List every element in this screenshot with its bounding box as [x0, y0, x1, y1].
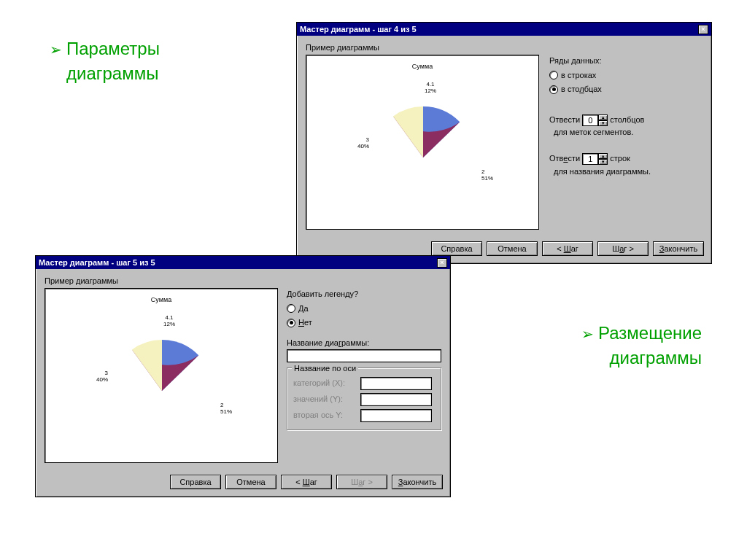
radio-label: в строках — [561, 69, 596, 82]
wizard-step4-dialog: Мастер диаграмм - шаг 4 из 5 × Пример ди… — [296, 22, 712, 264]
cancel-button[interactable]: Отмена — [487, 241, 538, 256]
allocate-rows-row: Отвести ▲▼ строк — [549, 152, 703, 166]
preview-label: Пример диаграммы — [306, 43, 703, 52]
radio-icon — [287, 304, 295, 313]
finish-button[interactable]: Закончить — [653, 241, 704, 256]
spin-up-icon[interactable]: ▲ — [598, 114, 608, 120]
preview-label: Пример диаграммы — [44, 276, 441, 285]
annotation-text: Размещениедиаграммы — [598, 321, 702, 370]
dialog-title: Мастер диаграмм - шаг 4 из 5 — [300, 25, 698, 34]
pie-label-2: 251% — [220, 402, 232, 416]
radio-no[interactable]: Нет — [287, 316, 441, 330]
allocate-cols-row: Отвести ▲▼ столбцов — [549, 114, 703, 127]
pie-chart-svg — [306, 55, 540, 230]
dialog-title: Мастер диаграмм - шаг 5 из 5 — [39, 258, 437, 267]
titlebar[interactable]: Мастер диаграмм - шаг 5 из 5 × — [36, 256, 450, 269]
radio-icon — [287, 319, 295, 327]
prev-button[interactable]: < Шаг — [542, 241, 593, 256]
series-label: Ряды данных: — [549, 55, 703, 68]
annotation-parameters: ➢Параметрыдиаграммы — [50, 36, 160, 85]
rows-input[interactable] — [582, 153, 598, 165]
radio-label: в столбцах — [561, 83, 602, 96]
axis-group: Название по оси категорий (X): значений … — [287, 368, 441, 430]
close-icon[interactable]: × — [698, 25, 708, 34]
radio-yes[interactable]: Да — [287, 303, 441, 316]
spin-up-icon[interactable]: ▲ — [598, 153, 608, 159]
radio-rows[interactable]: в строках — [549, 69, 703, 82]
cols-hint: для меток сегментов. — [549, 126, 703, 139]
pie-label-3: 340% — [96, 370, 108, 384]
spin-down-icon[interactable]: ▼ — [598, 120, 608, 126]
arrow-icon: ➢ — [50, 42, 62, 58]
chart-preview: Сумма 4.112% 251% 340% — [44, 288, 278, 463]
pie-chart-svg — [45, 289, 279, 464]
axis-x-label: категорий (X): — [293, 377, 356, 390]
radio-icon — [549, 71, 558, 79]
finish-button[interactable]: Закончить — [392, 475, 443, 489]
spin-down-icon[interactable]: ▼ — [598, 159, 608, 165]
axis-y-label: значений (Y): — [293, 393, 356, 406]
prev-button[interactable]: < Шаг — [281, 475, 332, 489]
chart-preview: Сумма 4.112% 251% 340% — [306, 55, 539, 230]
rows-hint: для названия диаграммы. — [549, 166, 703, 179]
axis-y-input[interactable] — [360, 393, 432, 406]
axis-y2-input[interactable] — [360, 409, 432, 422]
arrow-icon: ➢ — [581, 326, 594, 342]
button-row: Справка Отмена < Шаг Шаг > Закончить — [36, 470, 450, 497]
rows-spinner[interactable]: ▲▼ — [582, 153, 608, 165]
close-icon[interactable]: × — [437, 258, 447, 268]
legend-question: Добавить легенду? — [287, 288, 441, 301]
pie-label-3: 340% — [357, 137, 369, 150]
next-button[interactable]: Шаг > — [597, 241, 649, 256]
next-button: Шаг > — [336, 475, 387, 489]
axis-y2-label: вторая ось Y: — [293, 409, 356, 422]
pie-label-1: 4.112% — [425, 82, 436, 95]
annotation-text: Параметрыдиаграммы — [66, 36, 160, 85]
radio-label: Да — [298, 303, 309, 316]
radio-label: Нет — [298, 316, 312, 330]
annotation-placement: ➢Размещениедиаграммы — [581, 321, 702, 370]
chart-title: Сумма — [306, 63, 538, 70]
help-button[interactable]: Справка — [431, 241, 482, 256]
axis-x-input[interactable] — [360, 377, 432, 390]
chart-title-input[interactable] — [287, 349, 441, 362]
chart-title: Сумма — [45, 296, 277, 303]
titlebar[interactable]: Мастер диаграмм - шаг 4 из 5 × — [297, 23, 711, 36]
radio-icon — [549, 85, 558, 94]
cols-input[interactable] — [582, 114, 598, 126]
chart-title-label: Название диаграммы: — [287, 337, 441, 350]
pie-label-1: 4.112% — [163, 315, 175, 328]
wizard-step5-dialog: Мастер диаграмм - шаг 5 из 5 × Пример ди… — [35, 255, 451, 497]
axis-group-title: Название по оси — [292, 362, 358, 376]
cancel-button[interactable]: Отмена — [225, 475, 276, 489]
pie-label-2: 251% — [481, 169, 493, 182]
cols-spinner[interactable]: ▲▼ — [582, 114, 608, 126]
help-button[interactable]: Справка — [170, 475, 221, 489]
radio-cols[interactable]: в столбцах — [549, 83, 703, 96]
